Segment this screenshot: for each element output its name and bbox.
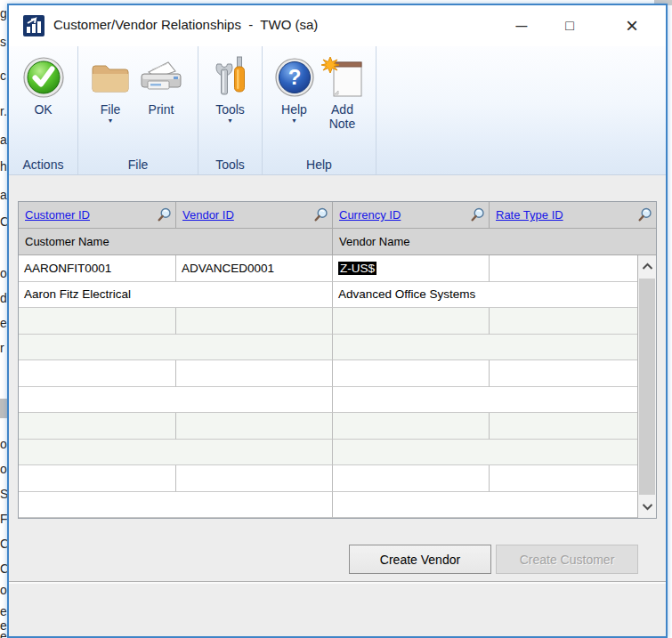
- header-currency-id: Currency ID: [333, 202, 490, 229]
- help-button[interactable]: ? Help ▼: [274, 52, 315, 126]
- help-dropdown-arrow-icon: ▼: [291, 117, 297, 126]
- ribbon-toolbar: OK Actions File ▼: [9, 46, 666, 175]
- cell-customer-id[interactable]: [19, 308, 176, 335]
- customer-id-link[interactable]: Customer ID: [25, 208, 157, 222]
- cell-customer-id[interactable]: [19, 465, 176, 492]
- help-button-label: Help: [281, 102, 307, 117]
- cell-vendor-name[interactable]: [333, 440, 638, 466]
- close-button[interactable]: ×: [612, 5, 652, 46]
- ribbon-group-label-file: File: [78, 157, 198, 172]
- cell-rate-type-id[interactable]: [490, 465, 638, 492]
- cell-customer-name[interactable]: [19, 440, 333, 466]
- vendor-id-link[interactable]: Vendor ID: [182, 208, 313, 222]
- grid-name-row: Aaron Fitz ElectricalAdvanced Office Sys…: [19, 282, 656, 309]
- ok-button[interactable]: OK: [22, 52, 65, 117]
- window-title: Customer/Vendor Relationships - TWO (sa): [53, 17, 318, 32]
- create-customer-button: Create Customer: [496, 545, 638, 574]
- grid-id-row: AARONFIT0001ADVANCED0001Z-US$: [19, 255, 656, 282]
- cell-vendor-id[interactable]: [176, 360, 333, 387]
- create-vendor-button[interactable]: Create Vendor: [349, 545, 491, 574]
- grid-record: [19, 465, 656, 518]
- note-with-star-icon: [320, 52, 365, 102]
- customer-vendor-relationships-window: Customer/Vendor Relationships - TWO (sa)…: [7, 4, 668, 638]
- grid-record: [19, 360, 656, 413]
- grid-id-row: [19, 465, 656, 492]
- scrollbar-thumb[interactable]: [639, 279, 655, 495]
- maximize-button[interactable]: □: [552, 5, 587, 46]
- cell-vendor-name[interactable]: [333, 387, 638, 414]
- scroll-down-button[interactable]: [638, 496, 656, 518]
- cell-rate-type-id[interactable]: [490, 360, 638, 387]
- add-note-button-label: Add Note: [329, 102, 356, 131]
- grid-name-header-row: Customer Name Vendor Name: [19, 229, 656, 255]
- ok-check-icon: [22, 52, 65, 102]
- printer-icon: [136, 52, 186, 102]
- scroll-up-button[interactable]: [638, 255, 656, 278]
- customer-id-lookup-icon[interactable]: [157, 207, 172, 222]
- ribbon-group-label-actions: Actions: [9, 157, 77, 172]
- tools-button[interactable]: Tools ▼: [210, 52, 251, 126]
- grid-name-row: [19, 492, 656, 519]
- cell-rate-type-id[interactable]: [490, 308, 638, 335]
- cell-vendor-id[interactable]: [176, 308, 333, 335]
- cell-vendor-id[interactable]: ADVANCED0001: [176, 255, 333, 282]
- file-button[interactable]: File ▼: [90, 52, 131, 126]
- file-dropdown-arrow-icon: ▼: [108, 117, 114, 126]
- cell-vendor-name[interactable]: [333, 492, 638, 519]
- vertical-scrollbar[interactable]: [637, 255, 656, 518]
- header-rate-type-id: Rate Type ID: [490, 202, 656, 229]
- grid-record: AARONFIT0001ADVANCED0001Z-US$Aaron Fitz …: [19, 255, 656, 308]
- cell-vendor-name[interactable]: [333, 335, 638, 361]
- print-button[interactable]: Print: [136, 52, 186, 117]
- rate-type-id-link[interactable]: Rate Type ID: [496, 208, 637, 222]
- vendor-id-lookup-icon[interactable]: [313, 207, 328, 222]
- tools-button-label: Tools: [215, 102, 245, 117]
- ok-button-label: OK: [34, 102, 52, 117]
- cell-customer-name[interactable]: [19, 387, 333, 414]
- header-customer-id: Customer ID: [19, 202, 176, 229]
- cell-currency-id[interactable]: [333, 465, 490, 492]
- currency-id-lookup-icon[interactable]: [470, 207, 485, 222]
- help-question-icon: ?: [274, 52, 315, 102]
- tools-dropdown-arrow-icon: ▼: [227, 117, 233, 126]
- grid-id-row: [19, 413, 656, 440]
- cell-customer-id[interactable]: [19, 413, 176, 440]
- cell-customer-name[interactable]: Aaron Fitz Electrical: [19, 282, 333, 309]
- ribbon-group-tools: Tools ▼ Tools: [198, 46, 263, 174]
- rate-type-id-lookup-icon[interactable]: [637, 207, 652, 222]
- cell-currency-id[interactable]: Z-US$: [333, 255, 490, 282]
- cell-vendor-id[interactable]: [176, 465, 333, 492]
- ribbon-group-actions: OK Actions: [9, 46, 78, 174]
- cell-vendor-name[interactable]: Advanced Office Systems: [333, 282, 638, 309]
- cell-currency-id[interactable]: [333, 360, 490, 387]
- folder-icon: [90, 52, 131, 102]
- grid-name-row: [19, 335, 656, 361]
- cell-customer-name[interactable]: [19, 492, 333, 519]
- grid-name-row: [19, 440, 656, 466]
- cell-customer-name[interactable]: [19, 335, 333, 361]
- tools-icon: [212, 52, 249, 102]
- grid-record: [19, 413, 656, 465]
- cell-rate-type-id[interactable]: [490, 413, 638, 440]
- minimize-button[interactable]: ─: [504, 5, 539, 46]
- grid-record: [19, 308, 656, 360]
- ribbon-group-label-help: Help: [263, 157, 376, 172]
- cell-vendor-id[interactable]: [176, 413, 333, 440]
- grid-body: AARONFIT0001ADVANCED0001Z-US$Aaron Fitz …: [19, 255, 656, 518]
- add-note-button[interactable]: Add Note: [320, 52, 365, 131]
- cell-customer-id[interactable]: AARONFIT0001: [19, 255, 176, 282]
- currency-id-link[interactable]: Currency ID: [339, 208, 470, 222]
- header-customer-name: Customer Name: [19, 229, 333, 255]
- header-vendor-id: Vendor ID: [176, 202, 333, 229]
- cell-customer-id[interactable]: [19, 360, 176, 387]
- print-button-label: Print: [149, 102, 174, 117]
- title-bar: Customer/Vendor Relationships - TWO (sa)…: [9, 5, 666, 46]
- cell-rate-type-id[interactable]: [490, 255, 638, 282]
- cell-currency-id[interactable]: [333, 308, 490, 335]
- relationships-grid: Customer ID Vendor ID Currency ID Rate T…: [18, 201, 657, 519]
- ribbon-group-label-tools: Tools: [198, 157, 262, 172]
- cell-currency-id[interactable]: [333, 413, 490, 440]
- chevron-up-icon: [642, 262, 653, 271]
- grid-name-row: [19, 387, 656, 414]
- svg-text:?: ?: [287, 65, 301, 89]
